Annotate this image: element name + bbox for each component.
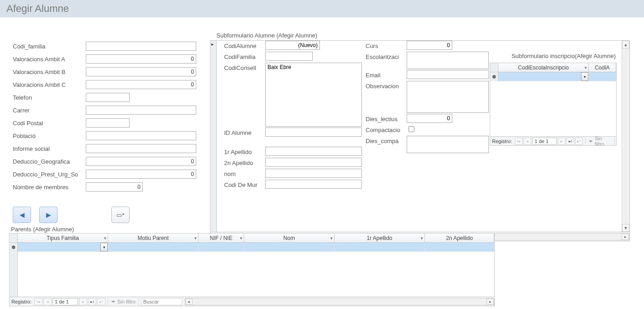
subform-parents: Tipus Familia▾ Motiu Parent▾ NIF / NIE▾ …	[9, 233, 495, 306]
vertical-scrollbar[interactable]: ▲ ▼	[622, 41, 629, 232]
prev-record-icon[interactable]: ◂	[524, 138, 531, 145]
dropdown-icon[interactable]: ▾	[421, 236, 423, 240]
record-position[interactable]: 1 de 1	[52, 298, 78, 305]
apellido1-input[interactable]	[265, 147, 362, 156]
telefon-label: Telefon	[13, 94, 86, 101]
datasheet-selector-header[interactable]	[490, 63, 498, 72]
scroll-right-icon[interactable]: ▸	[622, 234, 629, 240]
curs-label: Curs	[366, 41, 407, 51]
poblacio-input[interactable]	[86, 131, 196, 140]
codialumne-label: CodiAlumne	[224, 41, 265, 51]
combo-dropdown-icon[interactable]: ▾	[581, 72, 588, 81]
parents-title: Parents (Afegir Alumne)	[11, 226, 74, 233]
val-a-input[interactable]	[86, 54, 196, 64]
col-codia-header[interactable]: CodiA	[589, 63, 616, 72]
codimun-input[interactable]	[265, 180, 362, 189]
codiescola-cell[interactable]: ▾	[498, 72, 589, 81]
obs-input[interactable]	[407, 81, 489, 113]
prev-record-button[interactable]: ◀	[13, 207, 31, 223]
scroll-left-icon[interactable]: ◂	[185, 298, 193, 305]
val-c-label: Valoracions Ambit C	[13, 81, 86, 88]
form-body: Codi_familia Valoracions Ambit A Valorac…	[0, 17, 644, 309]
scroll-up-icon[interactable]: ▲	[622, 41, 629, 48]
telefon-input[interactable]	[86, 93, 130, 102]
carrer-input[interactable]	[86, 106, 196, 115]
new-nav-record-icon[interactable]: ▸*	[97, 298, 105, 305]
dropdown-icon[interactable]: ▾	[194, 236, 197, 240]
filter-icon: ⏷	[111, 299, 116, 304]
first-record-icon[interactable]: I◂	[34, 298, 42, 305]
ded-geo-input[interactable]	[86, 157, 196, 166]
recnav-label-p: Registro:	[11, 299, 31, 304]
compact-label: Compactacio	[366, 125, 407, 135]
search-input[interactable]	[141, 298, 182, 305]
new-row[interactable]: ✽ ▾	[490, 72, 616, 81]
email-input[interactable]	[407, 70, 489, 79]
dropdown-icon[interactable]: ▾	[240, 236, 242, 240]
col-motiuparent-header[interactable]: Motiu Parent▾	[108, 234, 199, 242]
val-c-input[interactable]	[86, 80, 196, 89]
apellido2parent-cell[interactable]	[425, 243, 494, 252]
curs-input[interactable]	[407, 41, 452, 50]
dropdown-icon[interactable]: ▾	[585, 65, 587, 70]
next-record-icon[interactable]: ▸	[558, 138, 565, 145]
nif-cell[interactable]	[199, 243, 244, 252]
record-selector[interactable]: ▸	[210, 41, 217, 232]
ded-geo-label: Deduccio_Geografica	[13, 158, 86, 165]
codia-cell[interactable]	[589, 72, 616, 81]
ded-prest-input[interactable]	[86, 170, 196, 179]
title-bar: Afegir Alumne	[0, 0, 644, 17]
last-record-icon[interactable]: ▸I	[566, 138, 574, 145]
record-position[interactable]: 1 de 1	[532, 138, 557, 145]
codiconsell-label: CodiConsell	[224, 63, 265, 73]
first-record-icon[interactable]: I◂	[515, 138, 523, 145]
col-nif-header[interactable]: NIF / NIE▾	[199, 234, 244, 242]
combo-dropdown-icon[interactable]: ▾	[100, 243, 108, 251]
apellido1parent-cell[interactable]	[335, 243, 425, 252]
codifamilia-input[interactable]	[265, 52, 313, 61]
val-b-input[interactable]	[86, 67, 196, 76]
codiconsell-input[interactable]	[265, 63, 362, 127]
escolar-input[interactable]	[407, 52, 489, 69]
next-record-button[interactable]: ▶	[39, 207, 58, 223]
apellido1-label: 1r Apellido	[224, 147, 265, 157]
subform-alumne: ▸ ▲ ▼ CodiAlumne CodiFamilia CodiConsell	[210, 40, 630, 241]
idalumne-input[interactable]	[265, 128, 362, 137]
codimun-label: Codi De Mur	[224, 180, 265, 190]
motiuparent-cell[interactable]	[108, 243, 199, 252]
dropdown-icon[interactable]: ▾	[104, 236, 106, 240]
codialumne-input[interactable]	[265, 41, 320, 50]
next-record-icon[interactable]: ▸	[79, 298, 87, 305]
obs-label: Observacion	[366, 81, 407, 91]
scroll-down-icon[interactable]: ▼	[622, 224, 629, 232]
apellido2-input[interactable]	[265, 158, 362, 167]
new-nav-record-icon[interactable]: ▸*	[575, 138, 583, 145]
col-apellido2-header[interactable]: 2n Apellido	[425, 234, 494, 242]
parents-selector-header[interactable]	[10, 234, 18, 242]
parents-new-row[interactable]: ✽ ▾	[10, 243, 494, 252]
col-apellido1-header[interactable]: 1r Apellido▾	[335, 234, 425, 242]
codi-familia-input[interactable]	[86, 42, 196, 51]
horizontal-scrollbar[interactable]: ◂ ▸	[185, 298, 494, 305]
val-b-label: Valoracions Ambit B	[13, 69, 86, 75]
dies-compa-input[interactable]	[407, 136, 489, 153]
dies-lect-input[interactable]	[407, 114, 452, 123]
filter-indicator[interactable]: ⏷ Sin filtro	[108, 298, 139, 305]
new-record-button[interactable]: ▭*	[111, 207, 130, 223]
nomparent-cell[interactable]	[244, 243, 335, 252]
col-tipusfamilia-header[interactable]: Tipus Familia▾	[18, 234, 108, 242]
dropdown-icon[interactable]: ▾	[330, 236, 333, 240]
compact-checkbox[interactable]	[408, 126, 414, 132]
triangle-right-icon: ▶	[46, 211, 51, 218]
col-nom-header[interactable]: Nom▾	[244, 234, 335, 242]
col-codiescola-header[interactable]: CodiEscolaInscripcio ▾	[498, 63, 589, 72]
scroll-right-icon[interactable]: ▸	[487, 298, 494, 305]
membres-input[interactable]	[86, 182, 143, 192]
nom-input[interactable]	[265, 169, 362, 178]
filter-indicator[interactable]: ⏷ Sin filtro	[585, 138, 615, 145]
tipusfamilia-cell[interactable]: ▾	[18, 243, 108, 252]
informe-input[interactable]	[86, 144, 196, 153]
codi-postal-input[interactable]	[86, 118, 130, 128]
prev-record-icon[interactable]: ◂	[43, 298, 52, 305]
last-record-icon[interactable]: ▸I	[88, 298, 96, 305]
